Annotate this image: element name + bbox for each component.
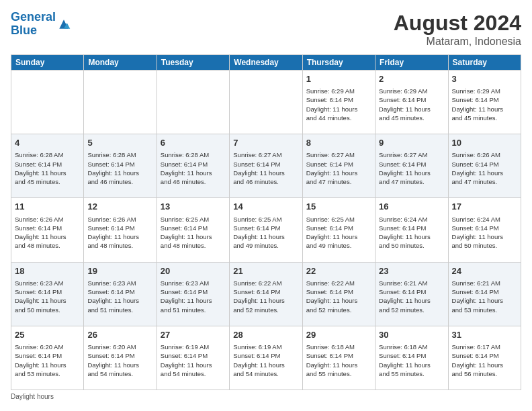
cell-day-number: 20 — [161, 265, 226, 277]
calendar-cell: 23Sunrise: 6:21 AM Sunset: 6:14 PM Dayli… — [375, 262, 448, 326]
header-cell-saturday: Saturday — [448, 55, 521, 71]
title-block: August 2024 Mataram, Indonesia — [394, 11, 521, 48]
calendar-cell: 20Sunrise: 6:23 AM Sunset: 6:14 PM Dayli… — [157, 262, 229, 326]
cell-info: Sunrise: 6:19 AM Sunset: 6:14 PM Dayligh… — [161, 342, 226, 378]
cell-day-number: 22 — [306, 265, 371, 277]
calendar-cell — [157, 71, 229, 134]
calendar-cell: 14Sunrise: 6:25 AM Sunset: 6:14 PM Dayli… — [230, 198, 302, 262]
cell-day-number: 31 — [452, 329, 517, 341]
calendar-cell: 27Sunrise: 6:19 AM Sunset: 6:14 PM Dayli… — [157, 326, 229, 390]
calendar-header: SundayMondayTuesdayWednesdayThursdayFrid… — [11, 55, 521, 71]
cell-info: Sunrise: 6:27 AM Sunset: 6:14 PM Dayligh… — [306, 150, 371, 186]
logo-general: General — [11, 10, 56, 24]
cell-day-number: 21 — [233, 265, 298, 277]
calendar-cell: 12Sunrise: 6:26 AM Sunset: 6:14 PM Dayli… — [84, 198, 157, 262]
week-row-5: 25Sunrise: 6:20 AM Sunset: 6:14 PM Dayli… — [11, 326, 521, 390]
calendar-cell: 31Sunrise: 6:17 AM Sunset: 6:14 PM Dayli… — [448, 326, 521, 390]
cell-day-number: 29 — [306, 329, 371, 341]
cell-info: Sunrise: 6:23 AM Sunset: 6:14 PM Dayligh… — [15, 279, 80, 314]
calendar-cell: 11Sunrise: 6:26 AM Sunset: 6:14 PM Dayli… — [11, 198, 84, 262]
week-row-1: 1Sunrise: 6:29 AM Sunset: 6:14 PM Daylig… — [11, 71, 521, 134]
cell-day-number: 10 — [452, 137, 517, 149]
cell-info: Sunrise: 6:28 AM Sunset: 6:14 PM Dayligh… — [161, 150, 226, 186]
cell-day-number: 9 — [379, 137, 444, 149]
cell-info: Sunrise: 6:26 AM Sunset: 6:14 PM Dayligh… — [87, 215, 152, 250]
calendar-cell: 30Sunrise: 6:18 AM Sunset: 6:14 PM Dayli… — [375, 326, 448, 390]
calendar-cell: 2Sunrise: 6:29 AM Sunset: 6:14 PM Daylig… — [375, 71, 448, 134]
cell-day-number: 12 — [87, 201, 152, 213]
cell-info: Sunrise: 6:20 AM Sunset: 6:14 PM Dayligh… — [15, 342, 80, 378]
cell-day-number: 18 — [15, 265, 80, 277]
main-title: August 2024 — [394, 11, 521, 36]
cell-day-number: 7 — [233, 137, 298, 149]
header-row: SundayMondayTuesdayWednesdayThursdayFrid… — [11, 55, 521, 71]
cell-info: Sunrise: 6:29 AM Sunset: 6:14 PM Dayligh… — [452, 87, 517, 122]
cell-info: Sunrise: 6:28 AM Sunset: 6:14 PM Dayligh… — [15, 150, 80, 186]
calendar-cell — [11, 71, 84, 134]
cell-info: Sunrise: 6:20 AM Sunset: 6:14 PM Dayligh… — [87, 342, 152, 378]
cell-day-number: 30 — [379, 329, 444, 341]
header-cell-monday: Monday — [84, 55, 157, 71]
cell-info: Sunrise: 6:25 AM Sunset: 6:14 PM Dayligh… — [306, 215, 371, 250]
cell-day-number: 15 — [306, 201, 371, 213]
calendar-cell: 3Sunrise: 6:29 AM Sunset: 6:14 PM Daylig… — [448, 71, 521, 134]
cell-info: Sunrise: 6:21 AM Sunset: 6:14 PM Dayligh… — [452, 279, 517, 314]
calendar-cell: 19Sunrise: 6:23 AM Sunset: 6:14 PM Dayli… — [84, 262, 157, 326]
calendar-cell: 4Sunrise: 6:28 AM Sunset: 6:14 PM Daylig… — [11, 134, 84, 198]
header: General Blue August 2024 Mataram, Indone… — [11, 11, 521, 48]
header-cell-friday: Friday — [375, 55, 448, 71]
cell-day-number: 28 — [233, 329, 298, 341]
cell-info: Sunrise: 6:29 AM Sunset: 6:14 PM Dayligh… — [379, 87, 444, 122]
calendar-cell: 21Sunrise: 6:22 AM Sunset: 6:14 PM Dayli… — [230, 262, 302, 326]
cell-info: Sunrise: 6:26 AM Sunset: 6:14 PM Dayligh… — [452, 150, 517, 186]
header-cell-thursday: Thursday — [302, 55, 375, 71]
calendar-body: 1Sunrise: 6:29 AM Sunset: 6:14 PM Daylig… — [11, 71, 521, 390]
cell-day-number: 2 — [379, 73, 444, 85]
calendar-cell: 25Sunrise: 6:20 AM Sunset: 6:14 PM Dayli… — [11, 326, 84, 390]
cell-info: Sunrise: 6:29 AM Sunset: 6:14 PM Dayligh… — [306, 87, 371, 122]
cell-day-number: 19 — [87, 265, 152, 277]
calendar-cell: 22Sunrise: 6:22 AM Sunset: 6:14 PM Dayli… — [302, 262, 375, 326]
header-cell-wednesday: Wednesday — [230, 55, 302, 71]
page: General Blue August 2024 Mataram, Indone… — [0, 0, 532, 411]
logo-text: General Blue — [11, 11, 56, 38]
cell-day-number: 24 — [452, 265, 517, 277]
cell-day-number: 27 — [161, 329, 226, 341]
cell-info: Sunrise: 6:24 AM Sunset: 6:14 PM Dayligh… — [379, 215, 444, 250]
logo-icon — [57, 17, 71, 31]
calendar-cell: 10Sunrise: 6:26 AM Sunset: 6:14 PM Dayli… — [448, 134, 521, 198]
header-cell-tuesday: Tuesday — [157, 55, 229, 71]
cell-day-number: 3 — [452, 73, 517, 85]
cell-day-number: 14 — [233, 201, 298, 213]
calendar-cell: 26Sunrise: 6:20 AM Sunset: 6:14 PM Dayli… — [84, 326, 157, 390]
calendar-cell: 28Sunrise: 6:19 AM Sunset: 6:14 PM Dayli… — [230, 326, 302, 390]
cell-info: Sunrise: 6:17 AM Sunset: 6:14 PM Dayligh… — [452, 342, 517, 378]
calendar-cell: 29Sunrise: 6:18 AM Sunset: 6:14 PM Dayli… — [302, 326, 375, 390]
calendar-cell — [84, 71, 157, 134]
cell-day-number: 1 — [306, 73, 371, 85]
calendar-cell: 5Sunrise: 6:28 AM Sunset: 6:14 PM Daylig… — [84, 134, 157, 198]
cell-day-number: 5 — [87, 137, 152, 149]
week-row-3: 11Sunrise: 6:26 AM Sunset: 6:14 PM Dayli… — [11, 198, 521, 262]
calendar-cell: 17Sunrise: 6:24 AM Sunset: 6:14 PM Dayli… — [448, 198, 521, 262]
cell-day-number: 13 — [161, 201, 226, 213]
logo-blue: Blue — [11, 24, 37, 37]
cell-day-number: 11 — [15, 201, 80, 213]
cell-day-number: 6 — [161, 137, 226, 149]
cell-info: Sunrise: 6:23 AM Sunset: 6:14 PM Dayligh… — [161, 279, 226, 314]
calendar-cell: 13Sunrise: 6:25 AM Sunset: 6:14 PM Dayli… — [157, 198, 229, 262]
cell-day-number: 26 — [87, 329, 152, 341]
calendar-cell — [230, 71, 302, 134]
calendar-cell: 1Sunrise: 6:29 AM Sunset: 6:14 PM Daylig… — [302, 71, 375, 134]
calendar-table: SundayMondayTuesdayWednesdayThursdayFrid… — [11, 54, 521, 390]
calendar-cell: 9Sunrise: 6:27 AM Sunset: 6:14 PM Daylig… — [375, 134, 448, 198]
cell-info: Sunrise: 6:19 AM Sunset: 6:14 PM Dayligh… — [233, 342, 298, 378]
cell-info: Sunrise: 6:25 AM Sunset: 6:14 PM Dayligh… — [161, 215, 226, 250]
cell-info: Sunrise: 6:22 AM Sunset: 6:14 PM Dayligh… — [233, 279, 298, 314]
daylight-label: Daylight hours — [11, 393, 54, 400]
cell-info: Sunrise: 6:25 AM Sunset: 6:14 PM Dayligh… — [233, 215, 298, 250]
cell-day-number: 8 — [306, 137, 371, 149]
cell-info: Sunrise: 6:26 AM Sunset: 6:14 PM Dayligh… — [15, 215, 80, 250]
cell-day-number: 4 — [15, 137, 80, 149]
calendar-cell: 18Sunrise: 6:23 AM Sunset: 6:14 PM Dayli… — [11, 262, 84, 326]
